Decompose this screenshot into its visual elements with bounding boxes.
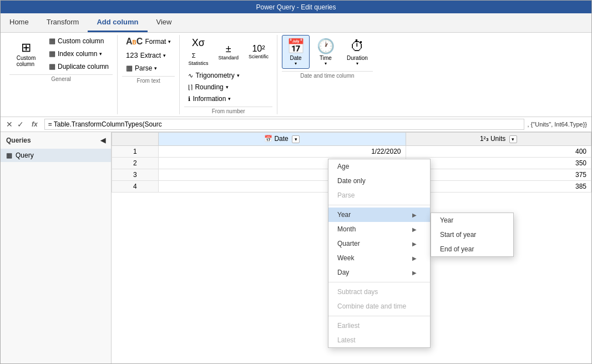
units-col-header: 1²₃ Units ▾ [406, 133, 591, 146]
sidebar-item-label: Query [16, 151, 34, 159]
units-cell: 400 [406, 146, 591, 158]
quarter-submenu-chevron: ▶ [412, 241, 417, 247]
ribbon: ⊞ Customcolumn ▦ Custom column ▦ Index c… [1, 33, 591, 117]
duplicate-column-button[interactable]: ▦ Duplicate column [45, 60, 113, 72]
index-column-button[interactable]: ▦ Index column ▾ [45, 48, 113, 59]
ribbon-group-from-number: XσΣ Statistics ± Standard 10² Scientific [180, 35, 277, 114]
date-menu-latest: Latest [328, 333, 430, 347]
date-menu-date-only[interactable]: Date only [328, 174, 430, 188]
year-submenu-chevron: ▶ [412, 212, 417, 218]
row-num-header [112, 133, 159, 146]
week-submenu-chevron: ▶ [412, 255, 417, 261]
formula-bar: ✕ ✓ fx , {"Units", Int64.Type}} [1, 117, 591, 132]
trigonometry-button[interactable]: ∿ Trigonometry ▾ [184, 70, 243, 81]
formula-confirm-icon[interactable]: ✓ [16, 119, 25, 130]
statistics-button[interactable]: XσΣ Statistics [184, 35, 212, 68]
date-menu-quarter[interactable]: Quarter ▶ [328, 236, 430, 251]
month-submenu-chevron: ▶ [412, 226, 417, 232]
date-menu-combine: Combine date and time [328, 299, 430, 314]
date-button[interactable]: 📅 Date ▾ [282, 35, 310, 69]
custom-column-button[interactable]: ⊞ Customcolumn [9, 38, 43, 69]
time-button[interactable]: 🕐 Time ▾ [312, 35, 340, 69]
date-menu-year[interactable]: Year ▶ [328, 208, 430, 222]
scientific-button[interactable]: 10² Scientific [245, 35, 272, 68]
tab-home[interactable]: Home [1, 13, 38, 32]
ribbon-tabs: Home Transform Add column View [1, 13, 591, 33]
sidebar-collapse-icon[interactable]: ◀ [100, 136, 105, 144]
date-time-group-label: Date and time column [282, 71, 373, 79]
duration-button[interactable]: ⏱ Duration ▾ [342, 35, 373, 69]
units-cell: 385 [406, 181, 591, 193]
row-num: 3 [112, 169, 159, 181]
parse-button[interactable]: ▦ Parse ▾ [122, 62, 175, 74]
row-num: 1 [112, 146, 159, 158]
sidebar-title: Queries [6, 136, 31, 144]
date-menu-separator3 [328, 316, 430, 316]
sidebar-header: Queries ◀ [1, 132, 111, 149]
ribbon-from-text-row: ABC Format ▾ 123 Extract ▾ ▦ Parse ▾ [122, 35, 175, 74]
information-button[interactable]: ℹ Information ▾ [184, 93, 235, 104]
ribbon-group-from-text: ABC Format ▾ 123 Extract ▾ ▦ Parse ▾ [118, 35, 180, 114]
formula-bar-icons: ✕ ✓ [5, 119, 25, 130]
date-menu-separator2 [328, 282, 430, 282]
sidebar-item-query[interactable]: ▦ Query [1, 149, 111, 162]
year-submenu-year[interactable]: Year [431, 213, 513, 228]
extract-button[interactable]: 123 Extract ▾ [122, 49, 175, 61]
day-submenu-chevron: ▶ [412, 270, 417, 276]
year-submenu: Year Start of year End of year [431, 213, 514, 257]
ribbon-date-time-row: 📅 Date ▾ 🕐 Time ▾ ⏱ Duration ▾ [282, 35, 373, 69]
tab-view[interactable]: View [148, 13, 181, 32]
year-submenu-start-of-year[interactable]: Start of year [431, 228, 513, 242]
units-cell: 375 [406, 169, 591, 181]
date-menu-separator1 [328, 205, 430, 205]
tab-transform[interactable]: Transform [38, 13, 88, 32]
formula-input[interactable] [44, 119, 524, 130]
tab-add-column[interactable]: Add column [88, 13, 147, 32]
window-title: Power Query - Edit queries [256, 3, 336, 11]
standard-button[interactable]: ± Standard [214, 35, 242, 68]
date-menu-day[interactable]: Day ▶ [328, 265, 430, 280]
year-submenu-end-of-year[interactable]: End of year [431, 242, 513, 256]
date-menu-earliest: Earliest [328, 318, 430, 333]
date-menu-parse: Parse [328, 188, 430, 203]
date-cell: 1/22/2020 [158, 146, 406, 158]
ribbon-group-date-time: 📅 Date ▾ 🕐 Time ▾ ⏱ Duration ▾ Date and … [277, 35, 377, 114]
row-num: 4 [112, 181, 159, 193]
ribbon-group-general: ⊞ Customcolumn ▦ Custom column ▦ Index c… [5, 35, 118, 114]
row-num: 2 [112, 158, 159, 169]
units-filter-button[interactable]: ▾ [509, 135, 517, 143]
units-cell: 350 [406, 158, 591, 169]
formula-fx-label: fx [28, 120, 41, 128]
data-area: 📅 Date ▾ 1²₃ Units ▾ 1 [112, 132, 591, 363]
date-menu-subtract-days: Subtract days [328, 285, 430, 299]
from-text-group-label: From text [122, 76, 175, 84]
main-window: Power Query - Edit queries Home Transfor… [0, 0, 592, 364]
from-number-group-label: From number [184, 107, 272, 114]
query-icon: ▦ [6, 151, 12, 159]
date-dropdown-menu: Age Date only Parse Year ▶ Month ▶ [328, 159, 431, 348]
formula-suffix: , {"Units", Int64.Type}} [528, 121, 588, 128]
date-menu-week[interactable]: Week ▶ [328, 251, 430, 265]
title-bar: Power Query - Edit queries [1, 1, 591, 13]
table-row: 1 1/22/2020 400 [112, 146, 591, 158]
date-menu-month[interactable]: Month ▶ [328, 222, 430, 236]
sidebar: Queries ◀ ▦ Query [1, 132, 112, 363]
rounding-button[interactable]: ⌊⌉ Rounding ▾ [184, 82, 232, 93]
date-menu-age[interactable]: Age [328, 159, 430, 174]
formula-cancel-icon[interactable]: ✕ [5, 119, 14, 130]
date-filter-button[interactable]: ▾ [292, 135, 300, 143]
ribbon-general-row1: ⊞ Customcolumn ▦ Custom column ▦ Index c… [9, 35, 113, 72]
general-group-label: General [9, 74, 113, 82]
format-button[interactable]: ABC Format ▾ [122, 35, 175, 48]
date-col-header: 📅 Date ▾ [158, 133, 406, 146]
ribbon-from-number-row: XσΣ Statistics ± Standard 10² Scientific [184, 35, 272, 104]
main-area: Queries ◀ ▦ Query 📅 Date ▾ [1, 132, 591, 363]
conditional-column-button[interactable]: ▦ Custom column [45, 35, 113, 47]
